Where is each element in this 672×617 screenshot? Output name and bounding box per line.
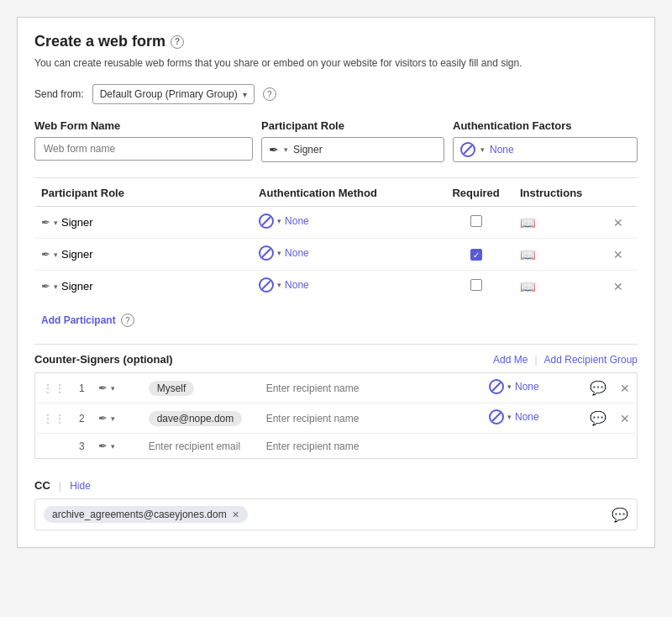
add-participant-help-icon[interactable]: ?	[121, 314, 134, 327]
send-from-help-icon[interactable]: ?	[263, 87, 276, 101]
close-icon-3[interactable]: ✕	[613, 280, 623, 293]
role-cell-c1: ✒ ▾	[92, 373, 142, 403]
cc-row: CC | Hide	[34, 479, 638, 492]
table-row: ✒ ▾ Signer ▾ None 📖	[34, 207, 638, 239]
close-cell-c3	[613, 434, 638, 459]
no-symbol-3	[259, 277, 274, 293]
required-cell-3	[438, 271, 513, 303]
webform-name-input[interactable]	[34, 137, 253, 161]
auth-factors-select[interactable]: ▾ None	[453, 137, 638, 162]
auth-chevron-3: ▾	[277, 281, 281, 289]
email-cell-1: Myself	[142, 373, 260, 403]
book-icon-2[interactable]: 📖	[520, 247, 536, 262]
required-cell-2: ✓	[438, 239, 513, 271]
book-icon-1[interactable]: 📖	[520, 215, 536, 230]
drag-cell-1: ⋮⋮	[35, 373, 73, 403]
role-chevron-1: ▾	[54, 219, 58, 227]
send-from-select[interactable]: Default Group (Primary Group) ▾	[92, 84, 255, 104]
cc-section: CC | Hide archive_agreements@caseyjones.…	[34, 479, 638, 530]
role-chevron-2: ▾	[54, 250, 58, 259]
add-participant-button[interactable]: Add Participant	[41, 314, 116, 326]
required-cell-1	[438, 207, 513, 239]
counter-signers-title: Counter-Signers (optional)	[34, 353, 173, 366]
recipient-email-input-3[interactable]	[149, 440, 253, 452]
instructions-cell-1: 📖	[513, 207, 606, 239]
send-from-chevron: ▾	[243, 90, 247, 99]
participant-role-header: Participant Role	[261, 119, 444, 132]
page-title: Create a web form ?	[34, 33, 638, 50]
cc-label: CC	[34, 479, 50, 492]
top-form-section: Web Form Name Participant Role Authentic…	[34, 119, 638, 162]
close-cell-1: ✕	[606, 207, 638, 239]
close-icon-c2[interactable]: ✕	[620, 412, 630, 425]
no-symbol-1	[259, 214, 274, 229]
instructions-cell-3: 📖	[513, 271, 606, 303]
row-num-1: 1	[79, 382, 85, 394]
action-divider: |	[534, 354, 537, 366]
pen-icon-top: ✒	[269, 143, 279, 156]
cc-email-text: archive_agreements@caseyjones.dom	[52, 509, 227, 520]
cc-input-box: archive_agreements@caseyjones.dom ✕ 💬	[34, 498, 638, 530]
auth-chevron-c2: ▾	[507, 413, 512, 421]
recipient-name-input-1[interactable]	[266, 382, 475, 394]
email-tag-1: Myself	[149, 381, 195, 396]
drag-handle-2[interactable]: ⋮⋮	[42, 412, 66, 425]
auth-cell-c2: ▾ None	[482, 403, 583, 434]
required-checkbox-1[interactable]	[470, 215, 482, 227]
required-checkbox-2[interactable]: ✓	[470, 249, 482, 261]
auth-value-2[interactable]: None	[285, 247, 309, 259]
auth-cell-1: ▾ None	[252, 207, 438, 239]
book-icon-3[interactable]: 📖	[520, 279, 536, 294]
no-symbol-top	[460, 142, 475, 157]
required-checkbox-3[interactable]	[470, 279, 482, 291]
cc-chat-icon[interactable]: 💬	[612, 507, 628, 523]
auth-value-c2[interactable]: None	[515, 411, 539, 423]
counter-row-1: ⋮⋮ 1 ✒ ▾ Myself	[35, 373, 638, 403]
close-icon-1[interactable]: ✕	[613, 216, 623, 229]
table-row: ✒ ▾ Signer ▾ None ✓ 📖	[34, 239, 638, 271]
participant-role-select[interactable]: ✒ ▾ Signer	[261, 137, 444, 162]
close-icon-2[interactable]: ✕	[613, 248, 623, 261]
role-chevron-top: ▾	[284, 145, 288, 154]
auth-value-c1[interactable]: None	[515, 381, 539, 393]
num-cell-1: 1	[72, 373, 92, 403]
col-auth-method: Authentication Method	[252, 178, 438, 207]
auth-chevron-top: ▾	[480, 145, 485, 154]
pen-icon-1: ✒	[41, 216, 50, 229]
participant-table: Participant Role Authentication Method R…	[34, 178, 638, 302]
top-form-fields: ✒ ▾ Signer ▾ None	[34, 137, 638, 162]
auth-cell-2: ▾ None	[252, 239, 438, 271]
num-cell-3: 3	[72, 434, 92, 459]
auth-value-top: None	[490, 144, 514, 156]
close-icon-c1[interactable]: ✕	[620, 382, 630, 395]
col-required: Required	[438, 178, 513, 207]
counter-signers-header: Counter-Signers (optional) Add Me | Add …	[34, 353, 638, 366]
role-chevron-c1: ▾	[111, 384, 115, 393]
recipient-name-input-3[interactable]	[266, 440, 475, 452]
add-me-button[interactable]: Add Me	[493, 354, 528, 366]
auth-chevron-2: ▾	[277, 249, 281, 257]
chat-icon-2[interactable]: 💬	[590, 411, 606, 425]
chat-icon-1[interactable]: 💬	[590, 381, 606, 395]
counter-row-3: 3 ✒ ▾	[35, 434, 638, 459]
cc-email-close[interactable]: ✕	[232, 509, 239, 520]
name-cell-2	[260, 403, 482, 434]
send-from-value: Default Group (Primary Group)	[100, 88, 238, 100]
page-description: You can create reusable web forms that y…	[34, 55, 638, 71]
recipient-name-input-2[interactable]	[266, 413, 475, 425]
pen-icon-c2: ✒	[98, 412, 108, 425]
auth-value-1[interactable]: None	[285, 215, 309, 227]
page-container: Create a web form ? You can create reusa…	[17, 17, 655, 548]
cc-email-tag: archive_agreements@caseyjones.dom ✕	[44, 506, 248, 523]
hide-button[interactable]: Hide	[70, 480, 91, 492]
title-help-icon[interactable]: ?	[171, 35, 184, 49]
row-num-3: 3	[79, 440, 85, 452]
auth-value-3[interactable]: None	[285, 279, 309, 291]
chat-cell-2: 💬	[583, 403, 613, 434]
email-cell-3	[142, 434, 260, 459]
add-recipient-group-button[interactable]: Add Recipient Group	[544, 354, 638, 366]
top-form-headers: Web Form Name Participant Role Authentic…	[34, 119, 638, 132]
pen-icon-c1: ✒	[98, 382, 108, 394]
num-cell-2: 2	[72, 403, 92, 434]
drag-handle-1[interactable]: ⋮⋮	[42, 382, 66, 395]
